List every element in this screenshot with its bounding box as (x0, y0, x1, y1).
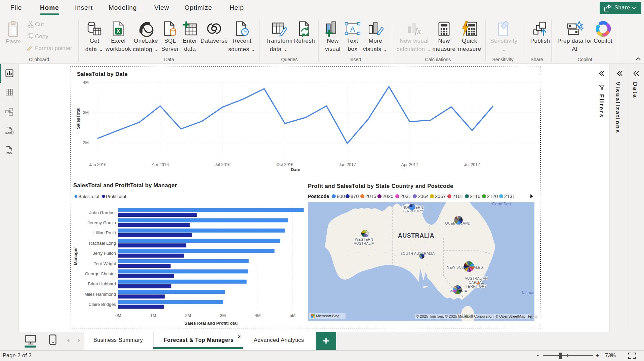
svg-text:AUSTRALIA: AUSTRALIA (354, 241, 374, 245)
svg-text:Terri Wright: Terri Wright (94, 261, 116, 266)
svg-text:© 2025 TomTom, © 2025 Microsof: © 2025 TomTom, © 2025 Microsoft Corporat… (416, 314, 536, 318)
svg-text:AUSTRALIA: AUSTRALIA (398, 232, 435, 239)
svg-text:Claire Bridges: Claire Bridges (88, 302, 116, 307)
svg-text:2116: 2116 (470, 194, 480, 199)
svg-text:3M: 3M (83, 110, 89, 115)
svg-text:2015: 2015 (365, 194, 376, 199)
svg-text:Jul 2016: Jul 2016 (215, 162, 231, 167)
svg-text:SalesTotal by Date: SalesTotal by Date (77, 71, 128, 77)
svg-text:TERRITORY: TERRITORY (466, 284, 487, 288)
svg-text:X: X (117, 28, 120, 34)
svg-text:2020: 2020 (383, 194, 393, 199)
svg-text:Jan 2017: Jan 2017 (339, 162, 356, 167)
svg-text:Brian Hubbard: Brian Hubbard (88, 281, 116, 286)
svg-text:SOUTH AUSTRALIA: SOUTH AUSTRALIA (400, 251, 435, 255)
svg-text:2031: 2031 (400, 194, 411, 199)
svg-text:870: 870 (351, 194, 359, 199)
svg-text:Jeremy Garcia: Jeremy Garcia (87, 220, 116, 225)
svg-text:Microsoft Bing: Microsoft Bing (316, 314, 339, 318)
svg-text:Miles Hammond: Miles Hammond (84, 292, 116, 297)
svg-text:Jul 2017: Jul 2017 (464, 162, 480, 167)
svg-text:800: 800 (337, 194, 345, 199)
svg-text:Postcode: Postcode (308, 194, 329, 199)
svg-text:2064: 2064 (418, 194, 429, 199)
svg-text:AUSTRALIAN: AUSTRALIAN (465, 276, 488, 280)
svg-text:DAX: DAX (5, 131, 11, 134)
svg-text:2M: 2M (185, 313, 191, 318)
svg-text:0M: 0M (115, 313, 121, 318)
svg-text:1M: 1M (150, 313, 156, 318)
svg-text:SalesTotal: SalesTotal (76, 108, 81, 129)
svg-text:Profit and SalesTotal by State: Profit and SalesTotal by State Country a… (308, 183, 453, 189)
svg-text:Oct 2016: Oct 2016 (276, 162, 293, 167)
svg-text:Coral Sea: Coral Sea (492, 202, 511, 206)
svg-text:CAPITAL: CAPITAL (469, 280, 484, 284)
svg-text:2120: 2120 (487, 194, 498, 199)
svg-text:John Gardner: John Gardner (89, 210, 116, 215)
svg-text:A: A (350, 25, 355, 33)
svg-text:TMDL: TMDL (5, 151, 12, 154)
svg-text:SalesTotal and ProfitTotal by: SalesTotal and ProfitTotal by Manager (73, 182, 177, 188)
svg-text:Tasman S: Tasman S (521, 290, 536, 295)
svg-text:Date: Date (291, 167, 300, 172)
svg-text:Apr 2017: Apr 2017 (401, 162, 418, 167)
svg-text:3M: 3M (220, 313, 226, 318)
svg-text:2131: 2131 (504, 194, 515, 199)
svg-text:SalesTotal: SalesTotal (78, 194, 99, 199)
svg-text:WESTERN: WESTERN (355, 237, 373, 241)
svg-text:4M: 4M (255, 313, 260, 318)
svg-text:Lillian Pruitt: Lillian Pruitt (93, 230, 116, 235)
svg-text:Jerry Fulton: Jerry Fulton (93, 251, 116, 256)
svg-text:5M: 5M (290, 313, 295, 318)
svg-text:Manager: Manager (73, 247, 78, 265)
svg-text:George Chester: George Chester (85, 271, 116, 276)
svg-text:Jan 2016: Jan 2016 (89, 162, 106, 167)
svg-text:Apr 2016: Apr 2016 (152, 162, 169, 167)
svg-text:Rachael Long: Rachael Long (89, 241, 116, 246)
svg-text:SalesTotal and ProfitTotal: SalesTotal and ProfitTotal (185, 321, 238, 326)
svg-text:2101: 2101 (452, 194, 463, 199)
svg-text:fx: fx (415, 27, 421, 35)
svg-text:4M: 4M (83, 80, 89, 85)
svg-text:2067: 2067 (435, 194, 446, 199)
svg-text:2M: 2M (83, 141, 89, 145)
svg-text:ProfitTotal: ProfitTotal (106, 194, 126, 199)
